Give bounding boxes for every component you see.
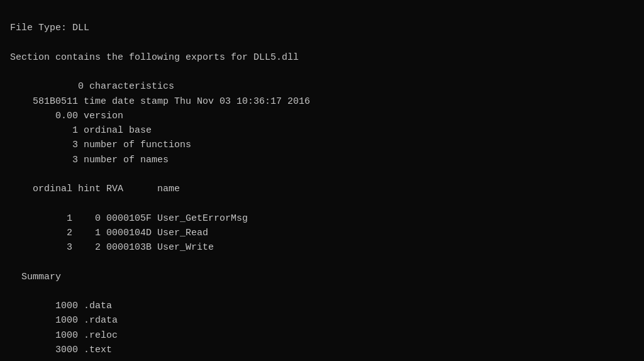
terminal-line [10,284,634,299]
terminal-line: 0 characteristics [10,79,634,94]
terminal-line: 1000 .data [10,299,634,313]
terminal-line [10,36,634,50]
terminal-line: 3000 .text [10,343,634,357]
terminal-line: 3 number of functions [10,138,634,152]
terminal-line [10,255,634,269]
terminal-line [10,196,634,211]
terminal-line: 3 number of names [10,153,634,167]
terminal-line: Section contains the following exports f… [10,50,634,65]
terminal-line: 1000 .reloc [10,328,634,343]
terminal-line: 0.00 version [10,109,634,123]
terminal-line: 1 0 0000105F User_GetErrorMsg [10,211,634,226]
terminal-output: File Type: DLL Section contains the foll… [10,6,634,357]
terminal-line: File Type: DLL [10,21,634,35]
terminal-line: 581B0511 time date stamp Thu Nov 03 10:3… [10,94,634,109]
terminal-line: Summary [10,270,634,284]
terminal-line [10,167,634,182]
terminal-line: 1 ordinal base [10,123,634,138]
terminal-line: 1000 .rdata [10,313,634,328]
terminal-line: ordinal hint RVA name [10,182,634,196]
terminal-line [10,65,634,79]
terminal-line: 3 2 0000103B User_Write [10,240,634,255]
terminal-line: 2 1 0000104D User_Read [10,226,634,240]
